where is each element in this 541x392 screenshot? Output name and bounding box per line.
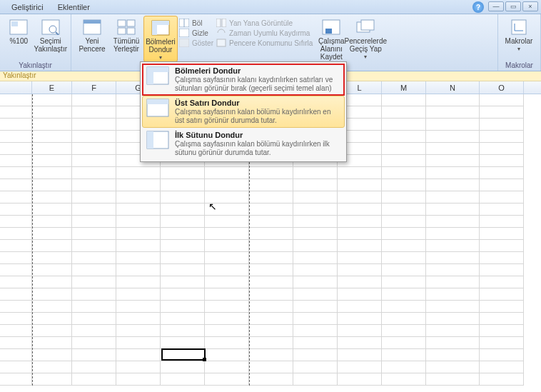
- arrange-all-icon: [116, 19, 136, 36]
- group-zoom: %100 Seçimi Yakınlaştır Yakınlaştır: [0, 14, 71, 71]
- show-icon: [179, 39, 189, 47]
- svg-rect-6: [84, 20, 101, 24]
- menu-freeze-panes-desc: Çalışma sayfasının kalanı kaydırılırken …: [175, 76, 340, 93]
- col-header-N[interactable]: N: [426, 81, 480, 94]
- svg-rect-13: [152, 21, 157, 35]
- svg-rect-28: [147, 67, 153, 84]
- svg-rect-22: [325, 29, 332, 34]
- new-window-button[interactable]: Yeni Pencere: [75, 16, 109, 53]
- save-workspace-icon: [321, 19, 341, 36]
- freeze-line: [32, 94, 33, 386]
- hide-icon: [179, 29, 189, 37]
- zoom-selection-label-2: Yakınlaştır: [34, 45, 68, 53]
- svg-rect-25: [512, 20, 526, 34]
- freeze-panes-item-icon: [146, 66, 169, 85]
- svg-rect-24: [361, 20, 374, 30]
- svg-rect-32: [147, 131, 153, 149]
- active-cell[interactable]: [161, 348, 206, 361]
- menu-freeze-panes[interactable]: Bölmeleri Dondur Çalışma sayfasının kala…: [142, 64, 345, 96]
- svg-rect-7: [118, 20, 126, 26]
- split-icon: [179, 19, 189, 27]
- col-header-F[interactable]: F: [72, 81, 116, 94]
- show-button[interactable]: Göster: [179, 39, 213, 47]
- col-header-M[interactable]: M: [382, 81, 426, 94]
- freeze-panes-menu: Bölmeleri Dondur Çalışma sayfasının kala…: [140, 61, 347, 162]
- menu-freeze-top-row-title: Üst Satırı Dondur: [175, 99, 340, 107]
- svg-rect-30: [147, 99, 168, 104]
- minimize-button[interactable]: —: [488, 1, 504, 11]
- window-controls: — ▭ ×: [488, 1, 538, 11]
- svg-rect-20: [217, 39, 226, 46]
- svg-rect-10: [127, 28, 135, 34]
- freeze-top-row-icon: [146, 99, 169, 117]
- group-zoom-label: Yakınlaştır: [4, 61, 67, 71]
- zoom-selection-icon: [41, 19, 61, 36]
- reset-pos-icon: [216, 39, 226, 47]
- restore-button[interactable]: ▭: [505, 1, 521, 11]
- svg-rect-16: [179, 29, 189, 37]
- menu-freeze-first-col[interactable]: İlk Sütunu Dondur Çalışma sayfasının kal…: [142, 128, 345, 160]
- freeze-first-col-icon: [146, 131, 169, 149]
- menu-freeze-top-row[interactable]: Üst Satırı Dondur Çalışma sayfasının kal…: [142, 96, 345, 128]
- window-small-buttons-2: Yan Yana Görüntüle Zaman Uyumlu Kaydırma…: [215, 16, 314, 47]
- zoom-selection-button[interactable]: Seçimi Yakınlaştır: [34, 16, 68, 53]
- sync-scroll-button[interactable]: Zaman Uyumlu Kaydırma: [216, 29, 313, 37]
- svg-rect-8: [127, 20, 135, 26]
- zoom-100-icon: [9, 19, 29, 36]
- reset-pos-button[interactable]: Pencere Konumunu Sıfırla: [216, 39, 313, 47]
- menu-freeze-first-col-title: İlk Sütunu Dondur: [175, 131, 340, 139]
- group-macros: Makrolar Makrolar: [498, 14, 541, 71]
- freeze-panes-button[interactable]: Bölmeleri Dondur: [143, 16, 178, 62]
- freeze-panes-icon: [151, 19, 171, 36]
- switch-windows-icon: [355, 19, 375, 36]
- side-by-side-icon: [216, 19, 226, 27]
- macros-button[interactable]: Makrolar: [502, 16, 536, 53]
- close-button[interactable]: ×: [522, 1, 538, 11]
- svg-rect-19: [222, 19, 226, 27]
- split-button[interactable]: Böl: [179, 19, 213, 27]
- new-window-icon: [82, 19, 102, 36]
- zoom-100-label: %100: [9, 37, 28, 45]
- window-small-buttons-1: Böl Gizle Göster: [178, 16, 215, 47]
- help-icon[interactable]: ?: [472, 1, 484, 13]
- svg-rect-17: [179, 39, 189, 47]
- svg-rect-1: [11, 21, 18, 26]
- tab-developer[interactable]: Geliştirici: [4, 1, 51, 13]
- sync-scroll-icon: [216, 29, 226, 37]
- menu-freeze-first-col-desc: Çalışma sayfasının kalan bölümü kaydırıl…: [175, 140, 340, 157]
- macros-icon: [509, 19, 529, 36]
- col-header-E[interactable]: E: [32, 81, 72, 94]
- col-header-O[interactable]: O: [480, 81, 524, 94]
- side-by-side-button[interactable]: Yan Yana Görüntüle: [216, 19, 313, 27]
- menu-freeze-top-row-desc: Çalışma sayfasının kalan bölümü kaydırıl…: [175, 108, 340, 125]
- switch-windows-button[interactable]: Pencerelerde Geçiş Yap: [348, 16, 383, 61]
- svg-rect-9: [118, 28, 126, 34]
- tab-addins[interactable]: Eklentiler: [51, 1, 97, 13]
- hide-button[interactable]: Gizle: [179, 29, 213, 37]
- save-workspace-button[interactable]: Çalışma Alanını Kaydet: [314, 16, 348, 61]
- zoom-100-button[interactable]: %100: [4, 16, 34, 45]
- arrange-all-button[interactable]: Tümünü Yerleştir: [109, 16, 143, 53]
- menu-freeze-panes-title: Bölmeleri Dondur: [175, 66, 340, 75]
- svg-rect-18: [216, 19, 221, 27]
- group-macros-label: Makrolar: [502, 61, 537, 71]
- ribbon-tabs: Geliştirici Eklentiler: [0, 0, 541, 14]
- zoom-selection-label-1: Seçimi: [40, 37, 61, 45]
